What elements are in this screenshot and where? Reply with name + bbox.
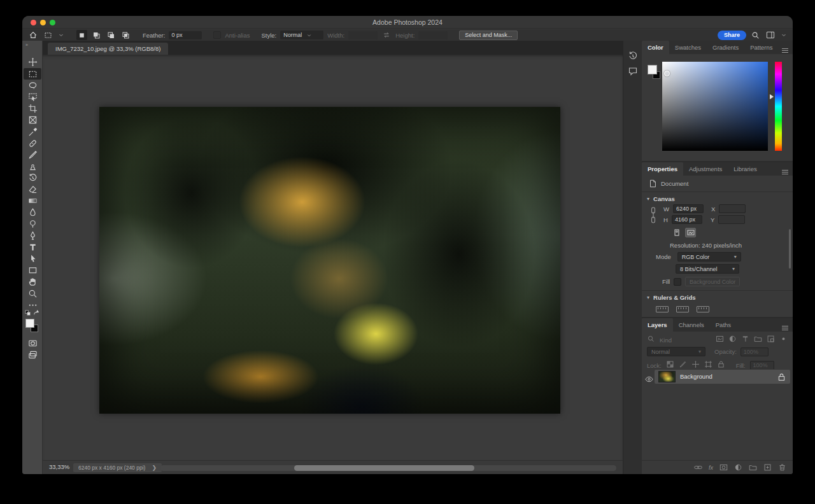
search-icon[interactable]	[750, 30, 761, 40]
filter-group-layers-icon[interactable]	[754, 334, 762, 346]
canvas-pasteboard[interactable]	[43, 55, 623, 460]
new-adjustment-layer-icon[interactable]	[734, 463, 742, 472]
type-tool[interactable]	[24, 241, 41, 253]
version-history-icon[interactable]	[628, 51, 638, 61]
link-dimensions-icon[interactable]	[650, 207, 656, 223]
color-panel-menu-icon[interactable]	[781, 45, 789, 50]
layers-panel-menu-icon[interactable]	[781, 322, 789, 328]
toolbar-collapse-icon[interactable]: »	[25, 43, 29, 47]
add-layer-mask-icon[interactable]	[719, 463, 728, 472]
rulers-grids-chevron-icon[interactable]: ▾	[647, 295, 649, 300]
canvas-image[interactable]	[99, 107, 560, 414]
filter-smart-object-icon[interactable]	[767, 334, 775, 346]
marquee-tool-preset-icon[interactable]	[43, 30, 53, 40]
blur-tool[interactable]	[24, 206, 41, 218]
color-field-cursor[interactable]	[664, 71, 670, 76]
document-tab[interactable]: IMG_7232_10.jpeg @ 33,3% (RGB8/8)	[48, 43, 168, 55]
filter-pixel-layers-icon[interactable]	[716, 334, 724, 346]
kind-filter-label[interactable]: Kind	[660, 337, 672, 344]
layer-effects-icon[interactable]: fx	[709, 465, 713, 471]
home-icon[interactable]	[27, 30, 39, 40]
bit-depth-dropdown[interactable]: 8 Bits/Channel▾	[676, 264, 739, 274]
document-info[interactable]: 6240 px x 4160 px (240 ppi) ❯	[73, 463, 162, 472]
add-to-selection-button[interactable]	[91, 30, 102, 40]
ruler-icon[interactable]	[656, 306, 669, 312]
properties-panel-menu-icon[interactable]	[781, 166, 789, 172]
guides-icon[interactable]	[697, 306, 709, 312]
history-brush-tool[interactable]	[24, 172, 41, 183]
foreground-color-swatch[interactable]	[25, 319, 34, 328]
frame-tool[interactable]	[24, 114, 41, 125]
spot-healing-brush-tool[interactable]	[24, 137, 41, 149]
new-selection-button[interactable]	[76, 30, 87, 40]
tab-swatches[interactable]: Swatches	[669, 41, 707, 54]
rectangle-tool[interactable]	[24, 264, 41, 276]
screen-mode-button[interactable]	[24, 349, 41, 360]
color-mode-dropdown[interactable]: RGB Color▾	[677, 252, 741, 262]
delete-layer-icon[interactable]	[778, 463, 786, 472]
hue-slider[interactable]	[775, 62, 782, 151]
share-button[interactable]: Share	[718, 31, 746, 40]
layer-row[interactable]: Background	[642, 369, 793, 384]
color-panel-foreground-swatch[interactable]	[648, 65, 657, 74]
tab-gradients[interactable]: Gradients	[707, 41, 744, 54]
filter-adjustment-layers-icon[interactable]	[728, 334, 737, 346]
fill-checkbox[interactable]	[674, 278, 681, 286]
object-selection-tool[interactable]	[24, 91, 41, 102]
path-selection-tool[interactable]	[24, 253, 41, 264]
canvas-height-input[interactable]: 4160 px	[672, 215, 702, 224]
canvas-section-chevron-icon[interactable]: ▾	[647, 196, 649, 202]
layer-search-icon[interactable]	[647, 334, 655, 346]
new-group-icon[interactable]	[749, 463, 757, 472]
select-and-mask-button[interactable]: Select and Mask...	[459, 31, 518, 40]
default-and-switch-colors[interactable]	[24, 309, 41, 318]
tab-paths[interactable]: Paths	[710, 318, 737, 332]
filter-type-layers-icon[interactable]	[741, 334, 749, 346]
layer-visibility-icon[interactable]	[645, 374, 653, 385]
horizontal-scrollbar-track[interactable]	[160, 465, 616, 471]
eyedropper-tool[interactable]	[24, 126, 41, 137]
layer-name[interactable]: Background	[680, 373, 712, 380]
subtract-from-selection-button[interactable]	[106, 30, 117, 40]
link-layers-icon[interactable]	[694, 463, 702, 472]
landscape-orientation-button[interactable]	[685, 228, 696, 237]
intersect-selection-button[interactable]	[120, 30, 131, 40]
canvas-width-input[interactable]: 6240 px	[673, 204, 704, 213]
lasso-tool[interactable]	[24, 80, 41, 91]
dodge-tool[interactable]	[24, 218, 41, 229]
zoom-level-field[interactable]: 33,33%	[49, 463, 69, 470]
tab-color[interactable]: Color	[642, 41, 669, 54]
move-tool[interactable]	[24, 56, 41, 67]
quick-mask-button[interactable]	[24, 337, 41, 349]
rectangular-marquee-tool[interactable]	[24, 68, 41, 80]
layer-lock-icon[interactable]	[778, 372, 785, 384]
eraser-tool[interactable]	[24, 183, 41, 195]
properties-scrollbar-thumb[interactable]	[789, 229, 791, 269]
saturation-brightness-field[interactable]	[662, 62, 768, 151]
feather-input[interactable]: 0 px	[169, 31, 202, 39]
workspace-layout-icon[interactable]	[765, 30, 776, 40]
tool-preset-chevron-icon[interactable]	[57, 30, 65, 40]
tab-patterns[interactable]: Patterns	[744, 41, 778, 54]
portrait-orientation-button[interactable]	[671, 228, 682, 237]
hand-tool[interactable]	[24, 276, 41, 287]
status-chevron-icon[interactable]: ❯	[152, 465, 157, 471]
workspace-chevron-icon[interactable]	[780, 30, 788, 40]
pen-tool[interactable]	[24, 230, 41, 241]
brush-tool[interactable]	[24, 149, 41, 160]
style-dropdown[interactable]: Normal	[280, 31, 323, 39]
filter-toggle-icon[interactable]	[779, 334, 788, 346]
new-layer-icon[interactable]	[763, 463, 772, 472]
tab-libraries[interactable]: Libraries	[728, 162, 762, 176]
horizontal-scrollbar-thumb[interactable]	[294, 465, 474, 471]
grid-icon[interactable]	[676, 306, 689, 312]
tab-adjustments[interactable]: Adjustments	[683, 162, 728, 176]
zoom-tool[interactable]	[24, 288, 41, 299]
tab-layers[interactable]: Layers	[642, 318, 673, 332]
comments-icon[interactable]	[628, 66, 638, 76]
layer-thumbnail[interactable]	[658, 371, 676, 382]
hue-slider-pointer[interactable]	[770, 94, 774, 99]
crop-tool[interactable]	[24, 102, 41, 114]
tab-properties[interactable]: Properties	[642, 162, 683, 176]
gradient-tool[interactable]	[24, 195, 41, 206]
